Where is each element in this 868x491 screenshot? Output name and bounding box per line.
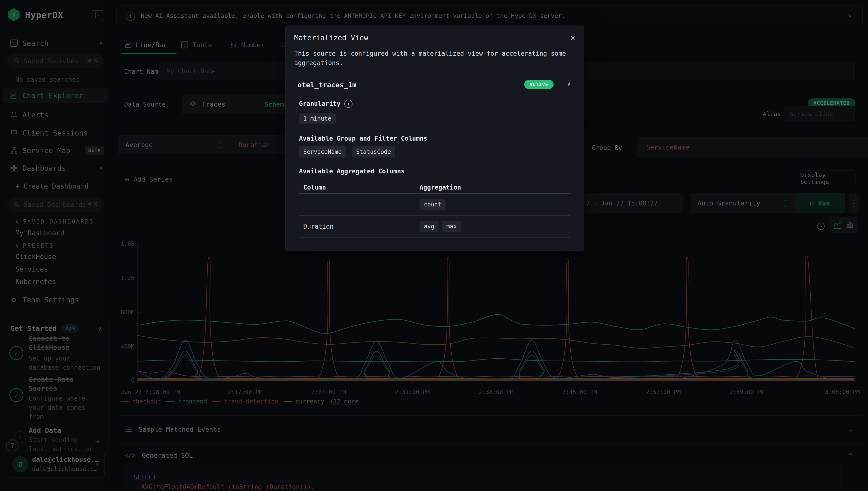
table-row: count	[299, 194, 570, 215]
aggregated-columns-table: Column Aggregation count Duration avg ma…	[299, 181, 570, 237]
granularity-section: Granularity i	[299, 99, 353, 108]
info-icon[interactable]: i	[344, 99, 353, 108]
modal-description: This source is configured with a materia…	[294, 49, 575, 68]
modal-close-icon[interactable]: ✕	[570, 33, 575, 42]
agg-chip: avg	[420, 221, 439, 232]
view-name: otel_traces_1m	[298, 81, 356, 89]
granularity-label: Granularity	[299, 100, 340, 107]
aggregated-columns-label: Available Aggregated Columns	[299, 168, 405, 175]
group-filter-columns-label: Available Group and Filter Columns	[299, 135, 427, 142]
agg-chip: count	[420, 199, 446, 210]
materialized-view-modal: Materialized View ✕ This source is confi…	[285, 26, 584, 251]
column-chip: StatusCode	[352, 146, 395, 157]
table-header-row: Column Aggregation	[299, 181, 570, 194]
group-filter-chips: ServiceName StatusCode	[299, 146, 395, 157]
agg-chip: max	[442, 221, 461, 232]
aggregation-cell: avg max	[420, 221, 570, 232]
aggregation-header: Aggregation	[420, 184, 570, 191]
modal-bottom-divider	[295, 242, 575, 242]
granularity-chip: 1 minute	[299, 113, 336, 124]
column-header: Column	[299, 184, 420, 191]
modal-title: Materialized View	[294, 33, 368, 42]
column-cell: Duration	[299, 223, 420, 230]
app-root: ⚡ HyperDX ‹ Search ∧ Saved Searches ⌘ K …	[0, 0, 868, 491]
table-row: Duration avg max	[299, 215, 570, 237]
column-chip: ServiceName	[299, 146, 346, 157]
chevron-up-icon[interactable]: ∧	[568, 81, 571, 87]
aggregation-cell: count	[420, 199, 570, 210]
active-status-badge: ACTIVE	[524, 80, 553, 89]
